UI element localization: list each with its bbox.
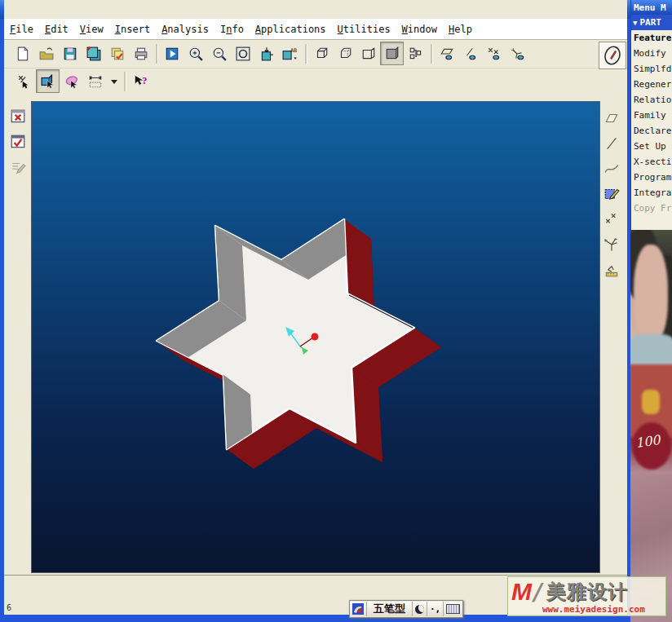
zoom-in-button[interactable] (183, 42, 207, 65)
menu-edit[interactable]: Edit (39, 22, 74, 37)
save-backup-icon (86, 46, 101, 61)
menu-insert[interactable]: Insert (109, 22, 156, 37)
wireframe-button[interactable] (309, 42, 333, 65)
mm-item-setup[interactable]: Set Up (631, 139, 672, 154)
select-dimension-button[interactable] (83, 69, 107, 93)
datum-axis-icon (603, 135, 620, 152)
repaint-icon (165, 46, 179, 61)
mm-item-xsection[interactable]: X-secti (631, 154, 672, 170)
menu-manager-part-header[interactable]: ▼ PART (631, 15, 672, 30)
save-button[interactable] (58, 42, 82, 65)
toolbar-selection: ? (4, 68, 627, 94)
datum-plane-toggle-button[interactable] (435, 42, 458, 65)
datum-point-button[interactable] (600, 208, 623, 231)
print-button[interactable] (129, 42, 153, 65)
soft-keyboard-button[interactable] (444, 602, 462, 616)
insert-datum-plane-button[interactable] (600, 183, 623, 205)
menu-info[interactable]: Info (214, 22, 250, 37)
datum-axis-toggle-icon (463, 46, 478, 61)
mm-item-family[interactable]: Family (631, 108, 672, 123)
menu-manager-titlebar[interactable]: Menu M (631, 0, 672, 15)
ime-mode-label: 五笔型 (369, 602, 409, 616)
mm-item-relations[interactable]: Relatio (631, 92, 672, 108)
datum-curve-button[interactable] (600, 157, 623, 180)
watermark-box: M / 美雅设计 www.meiyadesign.com (507, 576, 666, 616)
menu-applications[interactable]: Applications (250, 22, 332, 37)
menu-file[interactable]: File (4, 22, 39, 37)
refit-button[interactable] (231, 42, 254, 65)
model-viewport[interactable] (31, 101, 600, 573)
batch-check-icon (110, 46, 125, 61)
desktop-wallpaper-photo: 100 (630, 230, 672, 622)
dropdown-arrow-icon (110, 77, 118, 86)
ime-logo-button[interactable] (350, 602, 367, 616)
select-chain-button[interactable] (12, 69, 36, 93)
datum-axis-button[interactable] (600, 132, 623, 155)
repaint-button[interactable] (160, 42, 183, 65)
no-hidden-button[interactable] (356, 42, 380, 65)
zoom-in-icon (188, 46, 203, 61)
datum-analysis-icon (603, 262, 620, 278)
datum-point-toggle-button[interactable] (482, 42, 506, 65)
select-part-button[interactable] (36, 69, 60, 93)
model-tree-button[interactable] (404, 42, 427, 65)
datum-plane-button[interactable] (600, 107, 623, 130)
accept-window-icon (10, 134, 26, 150)
mm-item-modify[interactable]: Modify (631, 46, 672, 61)
ime-mode-button[interactable]: 五笔型 (367, 602, 413, 616)
new-file-button[interactable] (11, 42, 34, 65)
mm-item-integrate[interactable]: Integra (631, 185, 672, 201)
shaded-button[interactable] (380, 42, 404, 65)
datum-curve-icon (603, 161, 620, 177)
saved-views-button[interactable]: AB (278, 42, 302, 65)
mm-item-feature[interactable]: Feature (631, 30, 672, 46)
mm-item-regenerate[interactable]: Regener (631, 77, 672, 92)
sketch-button[interactable] (599, 42, 626, 69)
photo-face (634, 245, 668, 342)
datum-csys-icon (603, 236, 620, 253)
accept-window-button[interactable] (7, 130, 29, 153)
toolbar-main: AB (4, 39, 627, 68)
batch-operations-button[interactable] (105, 42, 129, 65)
notes-disabled-icon (10, 159, 26, 175)
context-help-icon: ? (132, 73, 148, 90)
new-file-icon (15, 46, 30, 61)
selection-dropdown-button[interactable] (107, 69, 121, 93)
notes-button-disabled (7, 156, 29, 179)
select-surface-button[interactable] (60, 69, 83, 93)
select-chain-icon (17, 74, 32, 89)
mm-item-declare[interactable]: Declare (631, 123, 672, 139)
svg-text:?: ? (142, 75, 147, 86)
save-backup-button[interactable] (82, 42, 105, 65)
select-surface-icon (64, 74, 79, 89)
orient-view-button[interactable] (254, 42, 278, 65)
datum-analysis-button[interactable] (600, 258, 623, 281)
saved-views-icon: AB (282, 46, 298, 61)
open-folder-icon (39, 46, 54, 61)
menu-manager-title: Menu M (634, 2, 666, 13)
datum-axis-toggle-button[interactable] (458, 42, 482, 65)
menu-analysis[interactable]: Analysis (156, 22, 214, 37)
punctuation-toggle-button[interactable]: ·, (427, 602, 444, 616)
menu-help[interactable]: Help (443, 22, 478, 37)
datum-csys-toggle-button[interactable] (506, 42, 529, 65)
hidden-line-button[interactable] (333, 42, 356, 65)
ime-toolbar: 五笔型 ·, (349, 600, 463, 618)
ime-logo-icon (352, 603, 364, 615)
mm-item-program[interactable]: Program (631, 170, 672, 185)
menu-view[interactable]: View (74, 22, 109, 37)
status-text: 6 (7, 603, 11, 612)
context-help-button[interactable]: ? (128, 69, 152, 93)
fullwidth-toggle-button[interactable] (413, 602, 427, 616)
model-view-svg (32, 102, 599, 572)
mm-item-simplfd[interactable]: Simplfd (631, 61, 672, 77)
no-hidden-icon (361, 46, 376, 61)
orient-view-icon (259, 46, 274, 61)
menu-utilities[interactable]: Utilities (332, 22, 396, 37)
menu-window[interactable]: Window (396, 22, 443, 37)
watermark-brand: 美雅设计 (546, 582, 628, 602)
zoom-out-button[interactable] (207, 42, 231, 65)
open-button[interactable] (34, 42, 58, 65)
datum-csys-button[interactable] (600, 233, 623, 256)
close-window-button[interactable] (7, 105, 29, 128)
